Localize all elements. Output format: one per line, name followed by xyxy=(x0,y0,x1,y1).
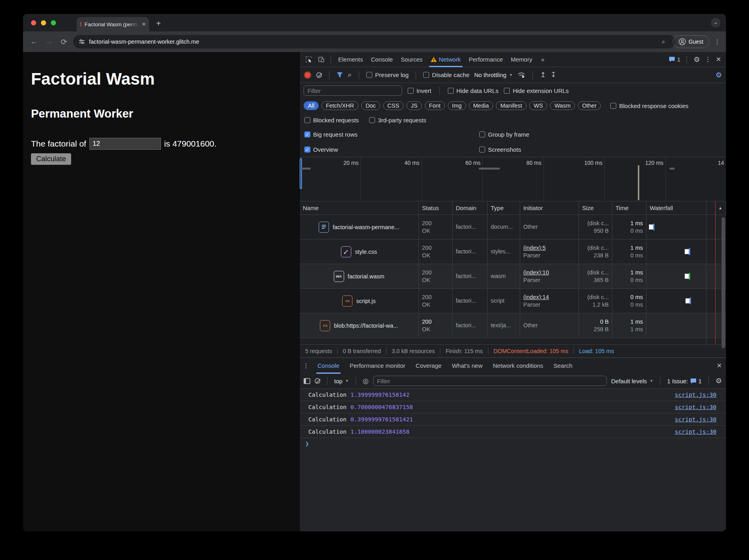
table-row[interactable]: factorial-wasm-permane...200OKfactori...… xyxy=(300,215,726,239)
request-name[interactable]: factorial-wasm-permane... xyxy=(333,224,399,230)
column-header-type[interactable]: Type xyxy=(488,201,520,214)
drawer-tab-what-s-new[interactable]: What's new xyxy=(447,357,488,374)
address-bar[interactable]: factorial-wasm-permanent-worker.glitch.m… xyxy=(73,35,675,48)
tab-network[interactable]: Network xyxy=(427,52,465,67)
console-message[interactable]: Calculation0.7000000476837158script.js:3… xyxy=(300,401,726,413)
filter-funnel-icon[interactable] xyxy=(337,72,343,78)
request-name[interactable]: factorial.wasm xyxy=(348,273,385,280)
console-settings-icon[interactable]: ⚙ xyxy=(716,377,722,385)
table-row[interactable]: style.css200OKfactori...styles...(index)… xyxy=(300,239,726,264)
filter-chip-other[interactable]: Other xyxy=(578,101,601,110)
column-header-domain[interactable]: Domain xyxy=(453,201,488,214)
table-row[interactable]: <>script.js200OKfactori...script(index):… xyxy=(300,289,726,313)
third-party-requests-checkbox[interactable]: 3rd-party requests xyxy=(369,117,426,124)
record-network-log-button[interactable] xyxy=(305,72,310,78)
console-source-link[interactable]: script.js:30 xyxy=(675,392,716,398)
big-request-rows-checkbox[interactable]: ✓Big request rows xyxy=(304,131,479,138)
forward-button[interactable]: → xyxy=(43,37,55,46)
console-filter-input[interactable] xyxy=(373,376,607,386)
devtools-close-icon[interactable]: ✕ xyxy=(716,56,721,63)
column-header-time[interactable]: Time xyxy=(612,201,646,214)
column-header-status[interactable]: Status xyxy=(419,201,453,214)
initiator-link[interactable]: (index):5 xyxy=(523,244,575,252)
network-overview-timeline[interactable]: 20 ms40 ms60 ms80 ms100 ms120 ms14 xyxy=(300,157,726,201)
clear-console-icon[interactable] xyxy=(315,378,320,384)
console-context-select[interactable]: top▼ xyxy=(334,378,349,384)
tab-close-icon[interactable]: ✕ xyxy=(142,21,146,27)
overview-checkbox[interactable]: ✓Overview xyxy=(304,146,479,153)
tab-elements[interactable]: Elements xyxy=(334,52,367,67)
column-header-size[interactable]: Size xyxy=(579,201,612,214)
blocked-requests-checkbox[interactable]: Blocked requests xyxy=(304,117,359,124)
browser-menu-icon[interactable]: ⋮ xyxy=(713,38,721,46)
request-name[interactable]: script.js xyxy=(356,298,375,304)
filter-chip-fetchxhr[interactable]: Fetch/XHR xyxy=(321,101,358,110)
initiator-link[interactable]: (index):10 xyxy=(523,269,575,276)
drawer-tab-console[interactable]: Console xyxy=(312,357,345,374)
close-window-button[interactable] xyxy=(31,20,36,25)
drawer-tab-search[interactable]: Search xyxy=(548,357,578,374)
filter-chip-wasm[interactable]: Wasm xyxy=(550,101,575,110)
console-issues-counter[interactable]: 1 Issue: 1 xyxy=(667,378,702,384)
network-filter-input[interactable] xyxy=(304,85,402,96)
export-har-icon[interactable]: ↧ xyxy=(551,71,556,79)
inspect-element-icon[interactable] xyxy=(303,54,315,65)
console-message[interactable]: Calculation1.399999976158142script.js:30 xyxy=(300,389,726,401)
console-message[interactable]: Calculation1.100000023841858script.js:30 xyxy=(300,426,726,438)
back-button[interactable]: ← xyxy=(28,37,40,46)
calculate-button[interactable]: Calculate xyxy=(31,153,71,165)
new-tab-button[interactable]: + xyxy=(156,19,161,28)
blocked-response-cookies-checkbox[interactable]: Blocked response cookies xyxy=(610,102,688,109)
console-prompt-icon[interactable]: ❯ xyxy=(305,440,309,448)
tab-performance[interactable]: Performance xyxy=(465,52,507,67)
tab-sources[interactable]: Sources xyxy=(397,52,427,67)
request-name[interactable]: blob:https://factorial-wa... xyxy=(334,322,398,329)
filter-chip-ws[interactable]: WS xyxy=(529,101,547,110)
zoom-icon[interactable]: ⌕ xyxy=(658,36,670,48)
filter-chip-doc[interactable]: Doc xyxy=(361,101,380,110)
filter-chip-all[interactable]: All xyxy=(304,101,319,110)
live-expression-icon[interactable]: ◎ xyxy=(363,377,369,385)
filter-chip-css[interactable]: CSS xyxy=(383,101,404,110)
network-conditions-icon[interactable] xyxy=(517,72,525,78)
request-name[interactable]: style.css xyxy=(355,249,377,255)
network-scrollbar[interactable] xyxy=(722,217,725,348)
console-message[interactable]: Calculation0.3999999761581421script.js:3… xyxy=(300,413,726,426)
search-network-icon[interactable]: ⌕ xyxy=(348,71,352,79)
reload-button[interactable]: ⟳ xyxy=(58,37,70,46)
filter-chip-font[interactable]: Font xyxy=(425,101,445,110)
timeline-scroll-handle[interactable] xyxy=(300,158,302,189)
devtools-settings-icon[interactable]: ⚙ xyxy=(693,55,700,64)
column-header-initiator[interactable]: Initiator xyxy=(520,201,579,214)
column-header-name[interactable]: Name xyxy=(300,201,419,214)
table-row[interactable]: <>blob:https://factorial-wa...200OKfacto… xyxy=(300,313,726,338)
browser-tab[interactable]: ! Factorial Wasm (permanent W ✕ xyxy=(77,17,149,31)
clear-network-log-icon[interactable] xyxy=(316,72,322,78)
hide-data-urls-checkbox[interactable]: Hide data URLs xyxy=(448,87,499,94)
drawer-menu-icon[interactable]: ⋮ xyxy=(302,362,310,369)
group-by-frame-checkbox[interactable]: Group by frame xyxy=(479,131,529,138)
factorial-input[interactable] xyxy=(89,138,161,150)
site-settings-icon[interactable] xyxy=(79,39,85,45)
disable-cache-checkbox[interactable]: Disable cache xyxy=(423,71,469,78)
maximize-window-button[interactable] xyxy=(51,20,56,25)
tab-memory[interactable]: Memory xyxy=(507,52,536,67)
more-tabs-button[interactable]: » xyxy=(537,52,548,67)
initiator-link[interactable]: (index):14 xyxy=(523,294,575,301)
import-har-icon[interactable]: ↥ xyxy=(540,71,546,79)
tab-console[interactable]: Console xyxy=(367,52,397,67)
issues-counter[interactable]: 1 xyxy=(669,56,680,63)
network-settings-icon[interactable]: ⚙ xyxy=(716,71,722,79)
filter-chip-media[interactable]: Media xyxy=(469,101,494,110)
tab-search-chevron-icon[interactable]: ⌄ xyxy=(711,18,720,27)
console-sidebar-icon[interactable] xyxy=(304,378,310,384)
invert-checkbox[interactable]: Invert xyxy=(408,87,432,94)
drawer-tab-coverage[interactable]: Coverage xyxy=(410,357,447,374)
sort-arrow-icon[interactable]: ▲ xyxy=(718,206,722,210)
profile-button[interactable]: Guest xyxy=(673,35,709,48)
filter-chip-manifest[interactable]: Manifest xyxy=(496,101,526,110)
console-source-link[interactable]: script.js:30 xyxy=(675,429,716,435)
filter-chip-js[interactable]: JS xyxy=(406,101,422,110)
console-source-link[interactable]: script.js:30 xyxy=(675,404,716,410)
column-header-waterfall[interactable]: Waterfall▲ xyxy=(646,201,726,214)
